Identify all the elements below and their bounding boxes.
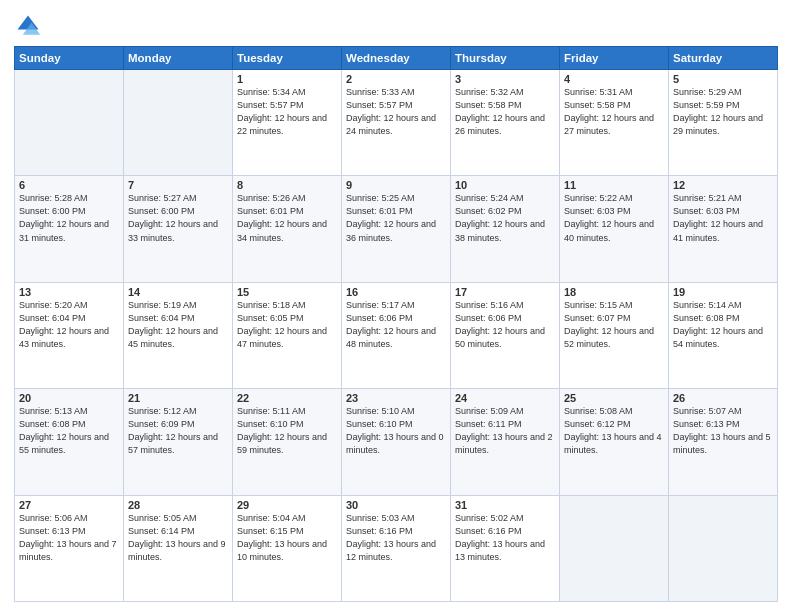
calendar-cell: 7Sunrise: 5:27 AMSunset: 6:00 PMDaylight… — [124, 176, 233, 282]
day-number: 28 — [128, 499, 228, 511]
calendar-cell: 2Sunrise: 5:33 AMSunset: 5:57 PMDaylight… — [342, 70, 451, 176]
day-number: 19 — [673, 286, 773, 298]
calendar-week-2: 6Sunrise: 5:28 AMSunset: 6:00 PMDaylight… — [15, 176, 778, 282]
calendar-week-5: 27Sunrise: 5:06 AMSunset: 6:13 PMDayligh… — [15, 495, 778, 601]
calendar-header-saturday: Saturday — [669, 47, 778, 70]
day-number: 10 — [455, 179, 555, 191]
day-detail: Sunrise: 5:04 AMSunset: 6:15 PMDaylight:… — [237, 512, 337, 564]
logo-icon — [14, 12, 42, 40]
day-number: 23 — [346, 392, 446, 404]
day-number: 31 — [455, 499, 555, 511]
day-number: 6 — [19, 179, 119, 191]
page: SundayMondayTuesdayWednesdayThursdayFrid… — [0, 0, 792, 612]
day-number: 7 — [128, 179, 228, 191]
calendar-header-thursday: Thursday — [451, 47, 560, 70]
calendar-cell: 15Sunrise: 5:18 AMSunset: 6:05 PMDayligh… — [233, 282, 342, 388]
day-number: 16 — [346, 286, 446, 298]
day-number: 15 — [237, 286, 337, 298]
calendar-cell: 19Sunrise: 5:14 AMSunset: 6:08 PMDayligh… — [669, 282, 778, 388]
calendar-cell: 9Sunrise: 5:25 AMSunset: 6:01 PMDaylight… — [342, 176, 451, 282]
day-detail: Sunrise: 5:27 AMSunset: 6:00 PMDaylight:… — [128, 192, 228, 244]
calendar-cell: 17Sunrise: 5:16 AMSunset: 6:06 PMDayligh… — [451, 282, 560, 388]
calendar-header-wednesday: Wednesday — [342, 47, 451, 70]
day-number: 25 — [564, 392, 664, 404]
calendar-cell: 3Sunrise: 5:32 AMSunset: 5:58 PMDaylight… — [451, 70, 560, 176]
day-detail: Sunrise: 5:09 AMSunset: 6:11 PMDaylight:… — [455, 405, 555, 457]
day-number: 24 — [455, 392, 555, 404]
calendar-cell: 27Sunrise: 5:06 AMSunset: 6:13 PMDayligh… — [15, 495, 124, 601]
day-number: 18 — [564, 286, 664, 298]
day-detail: Sunrise: 5:18 AMSunset: 6:05 PMDaylight:… — [237, 299, 337, 351]
day-detail: Sunrise: 5:02 AMSunset: 6:16 PMDaylight:… — [455, 512, 555, 564]
calendar-cell: 30Sunrise: 5:03 AMSunset: 6:16 PMDayligh… — [342, 495, 451, 601]
day-detail: Sunrise: 5:08 AMSunset: 6:12 PMDaylight:… — [564, 405, 664, 457]
calendar-cell — [560, 495, 669, 601]
day-number: 26 — [673, 392, 773, 404]
calendar-cell: 25Sunrise: 5:08 AMSunset: 6:12 PMDayligh… — [560, 389, 669, 495]
day-detail: Sunrise: 5:06 AMSunset: 6:13 PMDaylight:… — [19, 512, 119, 564]
calendar: SundayMondayTuesdayWednesdayThursdayFrid… — [14, 46, 778, 602]
day-detail: Sunrise: 5:05 AMSunset: 6:14 PMDaylight:… — [128, 512, 228, 564]
day-detail: Sunrise: 5:28 AMSunset: 6:00 PMDaylight:… — [19, 192, 119, 244]
day-detail: Sunrise: 5:20 AMSunset: 6:04 PMDaylight:… — [19, 299, 119, 351]
calendar-cell: 10Sunrise: 5:24 AMSunset: 6:02 PMDayligh… — [451, 176, 560, 282]
day-detail: Sunrise: 5:10 AMSunset: 6:10 PMDaylight:… — [346, 405, 446, 457]
calendar-week-4: 20Sunrise: 5:13 AMSunset: 6:08 PMDayligh… — [15, 389, 778, 495]
day-number: 12 — [673, 179, 773, 191]
day-detail: Sunrise: 5:16 AMSunset: 6:06 PMDaylight:… — [455, 299, 555, 351]
calendar-header-friday: Friday — [560, 47, 669, 70]
calendar-cell: 20Sunrise: 5:13 AMSunset: 6:08 PMDayligh… — [15, 389, 124, 495]
day-detail: Sunrise: 5:11 AMSunset: 6:10 PMDaylight:… — [237, 405, 337, 457]
day-detail: Sunrise: 5:21 AMSunset: 6:03 PMDaylight:… — [673, 192, 773, 244]
day-detail: Sunrise: 5:17 AMSunset: 6:06 PMDaylight:… — [346, 299, 446, 351]
day-number: 29 — [237, 499, 337, 511]
day-detail: Sunrise: 5:22 AMSunset: 6:03 PMDaylight:… — [564, 192, 664, 244]
calendar-cell: 4Sunrise: 5:31 AMSunset: 5:58 PMDaylight… — [560, 70, 669, 176]
calendar-week-3: 13Sunrise: 5:20 AMSunset: 6:04 PMDayligh… — [15, 282, 778, 388]
day-detail: Sunrise: 5:32 AMSunset: 5:58 PMDaylight:… — [455, 86, 555, 138]
day-detail: Sunrise: 5:13 AMSunset: 6:08 PMDaylight:… — [19, 405, 119, 457]
header — [14, 12, 778, 40]
calendar-cell: 28Sunrise: 5:05 AMSunset: 6:14 PMDayligh… — [124, 495, 233, 601]
calendar-cell: 8Sunrise: 5:26 AMSunset: 6:01 PMDaylight… — [233, 176, 342, 282]
calendar-cell: 14Sunrise: 5:19 AMSunset: 6:04 PMDayligh… — [124, 282, 233, 388]
day-number: 9 — [346, 179, 446, 191]
day-number: 4 — [564, 73, 664, 85]
calendar-cell: 18Sunrise: 5:15 AMSunset: 6:07 PMDayligh… — [560, 282, 669, 388]
calendar-cell: 6Sunrise: 5:28 AMSunset: 6:00 PMDaylight… — [15, 176, 124, 282]
day-number: 11 — [564, 179, 664, 191]
calendar-cell — [124, 70, 233, 176]
calendar-cell: 16Sunrise: 5:17 AMSunset: 6:06 PMDayligh… — [342, 282, 451, 388]
day-detail: Sunrise: 5:14 AMSunset: 6:08 PMDaylight:… — [673, 299, 773, 351]
calendar-header-tuesday: Tuesday — [233, 47, 342, 70]
calendar-header-monday: Monday — [124, 47, 233, 70]
day-number: 22 — [237, 392, 337, 404]
day-detail: Sunrise: 5:25 AMSunset: 6:01 PMDaylight:… — [346, 192, 446, 244]
day-number: 2 — [346, 73, 446, 85]
day-number: 30 — [346, 499, 446, 511]
day-detail: Sunrise: 5:03 AMSunset: 6:16 PMDaylight:… — [346, 512, 446, 564]
day-detail: Sunrise: 5:33 AMSunset: 5:57 PMDaylight:… — [346, 86, 446, 138]
calendar-cell: 1Sunrise: 5:34 AMSunset: 5:57 PMDaylight… — [233, 70, 342, 176]
day-detail: Sunrise: 5:12 AMSunset: 6:09 PMDaylight:… — [128, 405, 228, 457]
logo — [14, 12, 46, 40]
calendar-cell: 11Sunrise: 5:22 AMSunset: 6:03 PMDayligh… — [560, 176, 669, 282]
calendar-cell: 31Sunrise: 5:02 AMSunset: 6:16 PMDayligh… — [451, 495, 560, 601]
day-number: 21 — [128, 392, 228, 404]
day-detail: Sunrise: 5:15 AMSunset: 6:07 PMDaylight:… — [564, 299, 664, 351]
day-number: 1 — [237, 73, 337, 85]
calendar-week-1: 1Sunrise: 5:34 AMSunset: 5:57 PMDaylight… — [15, 70, 778, 176]
calendar-cell: 26Sunrise: 5:07 AMSunset: 6:13 PMDayligh… — [669, 389, 778, 495]
day-number: 8 — [237, 179, 337, 191]
day-detail: Sunrise: 5:26 AMSunset: 6:01 PMDaylight:… — [237, 192, 337, 244]
calendar-cell: 23Sunrise: 5:10 AMSunset: 6:10 PMDayligh… — [342, 389, 451, 495]
day-number: 3 — [455, 73, 555, 85]
calendar-cell — [15, 70, 124, 176]
calendar-cell: 5Sunrise: 5:29 AMSunset: 5:59 PMDaylight… — [669, 70, 778, 176]
day-number: 17 — [455, 286, 555, 298]
day-number: 5 — [673, 73, 773, 85]
calendar-cell — [669, 495, 778, 601]
day-detail: Sunrise: 5:24 AMSunset: 6:02 PMDaylight:… — [455, 192, 555, 244]
calendar-header-row: SundayMondayTuesdayWednesdayThursdayFrid… — [15, 47, 778, 70]
day-detail: Sunrise: 5:07 AMSunset: 6:13 PMDaylight:… — [673, 405, 773, 457]
